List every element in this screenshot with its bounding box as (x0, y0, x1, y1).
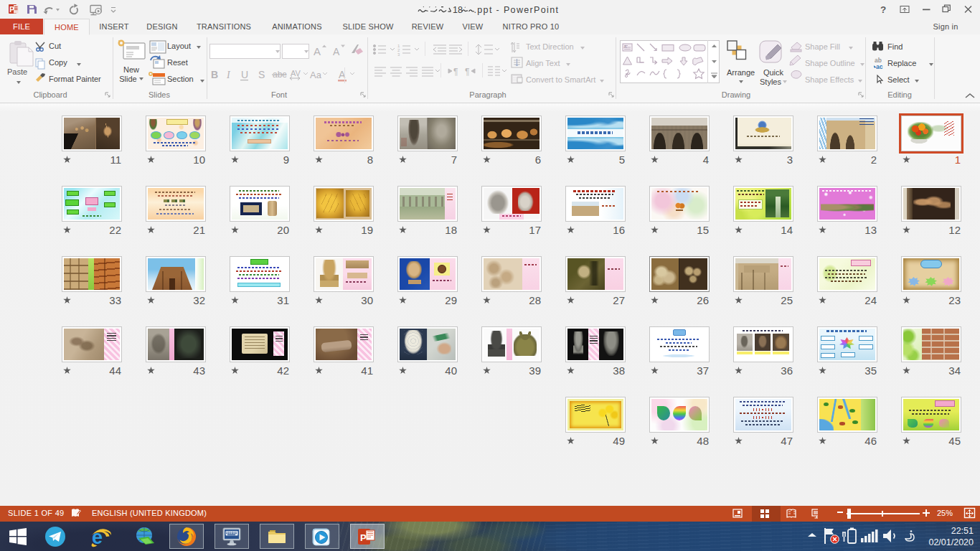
svg-text:A: A (624, 44, 627, 49)
svg-text:¶: ¶ (453, 67, 458, 77)
svg-text:Aa: Aa (310, 70, 322, 80)
svg-text:P: P (9, 6, 14, 14)
svg-text:I: I (226, 70, 231, 80)
svg-text:AV: AV (291, 69, 301, 77)
svg-text:B: B (211, 69, 218, 80)
svg-text:S: S (258, 69, 265, 80)
svg-text:U: U (241, 69, 248, 80)
svg-text:?: ? (880, 4, 886, 15)
svg-text:3: 3 (397, 52, 400, 57)
svg-text:A: A (314, 45, 321, 57)
svg-text:ac: ac (876, 63, 883, 70)
svg-text:.ppt - PowerPoint: .ppt - PowerPoint (474, 5, 560, 15)
svg-text:A: A (333, 46, 340, 57)
svg-text:¶: ¶ (465, 67, 469, 77)
svg-text:18: 18 (453, 5, 463, 15)
